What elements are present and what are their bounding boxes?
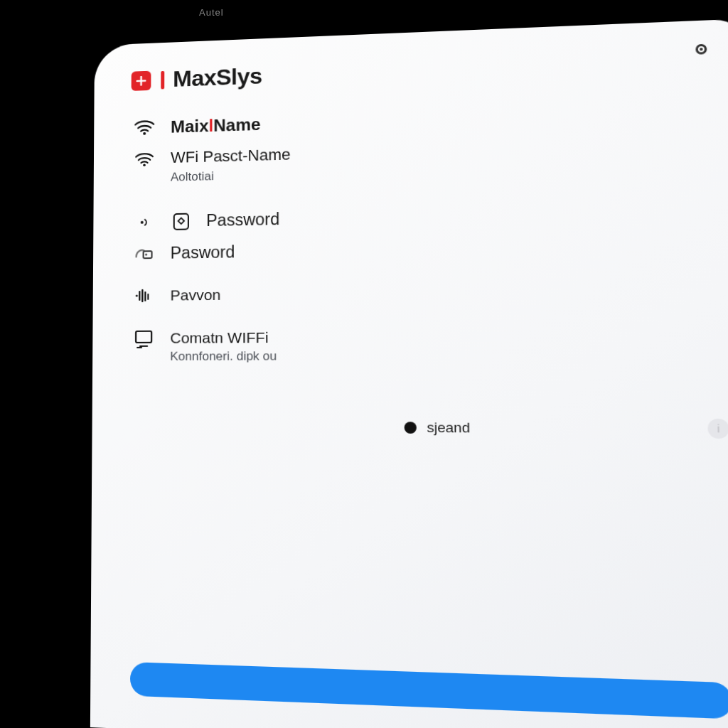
monitor-icon — [132, 328, 156, 350]
app-accent-bar-icon — [161, 70, 164, 89]
app-logo-icon — [132, 70, 151, 90]
key-shield-icon — [171, 210, 192, 232]
wifi-icon — [132, 117, 156, 138]
primary-action-button[interactable] — [130, 662, 728, 719]
svg-rect-3 — [174, 213, 188, 229]
app-header: MaxSlys — [132, 46, 716, 93]
signal-dot-icon — [132, 211, 156, 232]
status-bar: Autel — [199, 7, 224, 18]
radio-option[interactable]: sjeand — [167, 419, 725, 438]
connect-sub: Konnfoneri. dipk ou — [170, 349, 277, 364]
app-title: MaxSlys — [173, 63, 262, 92]
wifi-icon — [132, 149, 156, 170]
broadcast-icon — [132, 286, 156, 307]
status-text: Autel — [199, 7, 224, 18]
pavon-label: Pavvon — [170, 285, 220, 305]
svg-point-6 — [145, 254, 147, 256]
svg-point-7 — [136, 294, 138, 296]
wifi-password-sub: Aoltotiai — [171, 167, 291, 184]
connect-label: Comatn WIFFi — [170, 327, 277, 347]
radio-dot-icon — [404, 422, 416, 434]
svg-point-1 — [143, 164, 146, 167]
settings-panel: MaxSlys MaixlName — [90, 18, 728, 728]
headset-icon — [132, 243, 156, 264]
menu-item-pavon[interactable]: Pavvon — [132, 274, 722, 311]
svg-rect-8 — [136, 331, 151, 343]
password1-label: Password — [206, 209, 279, 232]
menu-list: MaixlName WFi Pasct-Name Aoltotiai — [132, 94, 724, 368]
svg-rect-5 — [144, 251, 152, 258]
svg-rect-4 — [178, 218, 185, 223]
wifi-password-label: WFi Pasct-Name — [171, 145, 291, 168]
radio-label: sjeand — [427, 419, 470, 436]
info-icon[interactable]: i — [707, 419, 728, 439]
menu-item-connect-wifi[interactable]: Comatn WIFFi Konnfoneri. dipk ou — [132, 320, 724, 368]
svg-point-2 — [141, 221, 144, 224]
svg-point-0 — [143, 132, 146, 135]
network-name-label: MaixlName — [171, 113, 261, 138]
password2-label: Pasword — [171, 242, 235, 264]
